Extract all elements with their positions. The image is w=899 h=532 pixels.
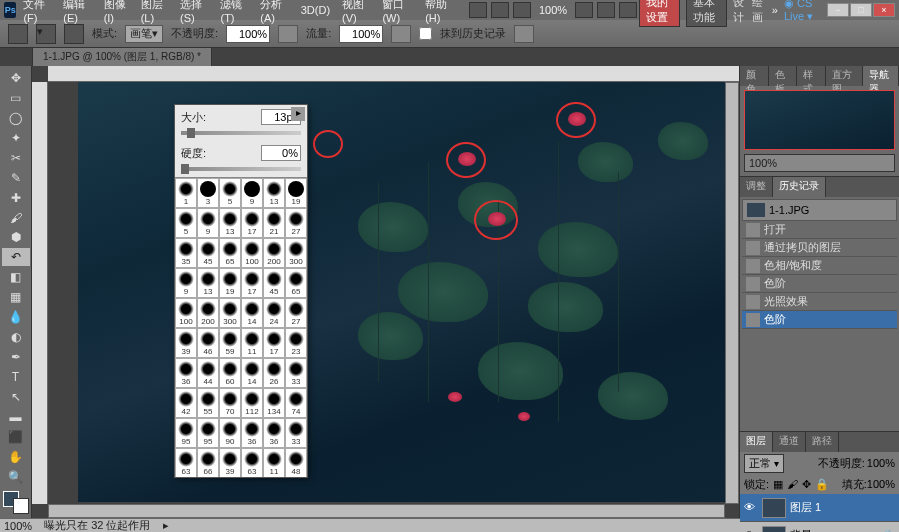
brush-preset[interactable]: 5 bbox=[219, 178, 241, 208]
brush-preset[interactable]: 90 bbox=[219, 418, 241, 448]
brush-preset[interactable]: 300 bbox=[285, 238, 307, 268]
lock-trans-icon[interactable]: ▦ bbox=[773, 478, 783, 491]
launch-bridge-icon[interactable] bbox=[469, 2, 487, 18]
brush-preset[interactable]: 70 bbox=[219, 388, 241, 418]
brush-preset[interactable]: 63 bbox=[175, 448, 197, 477]
ruler-horizontal[interactable] bbox=[48, 66, 739, 82]
lock-pixels-icon[interactable]: 🖌 bbox=[787, 478, 798, 490]
brush-preset[interactable]: 55 bbox=[197, 388, 219, 418]
menu-analysis[interactable]: 分析(A) bbox=[255, 0, 293, 26]
brush-preview[interactable]: ▾ bbox=[36, 24, 56, 44]
tab-adjustments[interactable]: 调整 bbox=[740, 177, 773, 197]
history-item[interactable]: 光照效果 bbox=[742, 293, 897, 311]
eraser-tool[interactable]: ◧ bbox=[2, 268, 30, 286]
brush-preset[interactable]: 42 bbox=[175, 388, 197, 418]
brush-preset[interactable]: 60 bbox=[219, 358, 241, 388]
view-extras-icon[interactable] bbox=[513, 2, 531, 18]
visibility-icon[interactable]: 👁 bbox=[744, 501, 758, 515]
tab-styles[interactable]: 样式 bbox=[797, 66, 826, 86]
brush-preset[interactable]: 74 bbox=[285, 388, 307, 418]
window-max[interactable]: □ bbox=[850, 3, 872, 17]
mode-dropdown[interactable]: 画笔 ▾ bbox=[125, 25, 163, 43]
tab-paths[interactable]: 路径 bbox=[806, 432, 839, 452]
hand-icon[interactable] bbox=[575, 2, 593, 18]
history-brush-tool[interactable]: ↶ bbox=[2, 248, 30, 266]
brush-preset[interactable]: 9 bbox=[197, 208, 219, 238]
brush-hardness-slider[interactable] bbox=[181, 167, 301, 171]
tab-history[interactable]: 历史记录 bbox=[773, 177, 826, 197]
stamp-tool[interactable]: ⬢ bbox=[2, 229, 30, 247]
brush-preset[interactable]: 36 bbox=[263, 418, 285, 448]
brush-preset[interactable]: 24 bbox=[263, 298, 285, 328]
path-tool[interactable]: ↖ bbox=[2, 388, 30, 406]
brush-preset[interactable]: 26 bbox=[263, 358, 285, 388]
brush-preset[interactable]: 44 bbox=[197, 358, 219, 388]
menu-layer[interactable]: 图层(L) bbox=[136, 0, 173, 26]
marquee-tool[interactable]: ▭ bbox=[2, 89, 30, 107]
workspace-draw[interactable]: 绘画 bbox=[752, 0, 765, 25]
brush-preset[interactable]: 14 bbox=[241, 358, 263, 388]
pen-tool[interactable]: ✒ bbox=[2, 348, 30, 366]
color-swatches[interactable] bbox=[3, 491, 29, 514]
brush-preset[interactable]: 5 bbox=[175, 208, 197, 238]
brush-preset[interactable]: 100 bbox=[175, 298, 197, 328]
brush-preset[interactable]: 59 bbox=[219, 328, 241, 358]
ruler-vertical[interactable] bbox=[32, 82, 48, 504]
heal-tool[interactable]: ✚ bbox=[2, 189, 30, 207]
screen-mode-icon[interactable] bbox=[619, 2, 637, 18]
move-tool[interactable]: ✥ bbox=[2, 69, 30, 87]
brush-panel-toggle[interactable] bbox=[64, 24, 84, 44]
brush-preset[interactable]: 95 bbox=[175, 418, 197, 448]
brush-preset[interactable]: 39 bbox=[219, 448, 241, 477]
layer-opacity[interactable]: 100% bbox=[867, 457, 895, 469]
workspace-my[interactable]: 我的设置 bbox=[639, 0, 680, 27]
brush-preset[interactable]: 9 bbox=[175, 268, 197, 298]
history-item[interactable]: 色相/饱和度 bbox=[742, 257, 897, 275]
menu-file[interactable]: 文件(F) bbox=[18, 0, 56, 26]
blend-mode-dropdown[interactable]: 正常 ▾ bbox=[744, 454, 784, 473]
lock-all-icon[interactable]: 🔒 bbox=[815, 478, 829, 491]
crop-tool[interactable]: ✂ bbox=[2, 149, 30, 167]
brush-preset[interactable]: 45 bbox=[263, 268, 285, 298]
menu-image[interactable]: 图像(I) bbox=[99, 0, 134, 26]
tab-histogram[interactable]: 直方图 bbox=[826, 66, 863, 86]
brush-preset[interactable]: 36 bbox=[241, 418, 263, 448]
brush-preset[interactable]: 21 bbox=[263, 208, 285, 238]
zoom-level[interactable]: 100% bbox=[539, 4, 567, 16]
tool-preset[interactable] bbox=[8, 24, 28, 44]
tab-navigator[interactable]: 导航器 bbox=[863, 66, 899, 86]
zoom-tool[interactable]: 🔍 bbox=[2, 468, 30, 486]
menu-filter[interactable]: 滤镜(T) bbox=[215, 0, 253, 26]
brush-preset[interactable]: 46 bbox=[197, 328, 219, 358]
menu-3d[interactable]: 3D(D) bbox=[296, 2, 335, 18]
gradient-tool[interactable]: ▦ bbox=[2, 288, 30, 306]
scrollbar-vertical[interactable] bbox=[725, 82, 739, 504]
brush-preset[interactable]: 36 bbox=[175, 358, 197, 388]
flow-input[interactable] bbox=[339, 25, 383, 43]
window-close[interactable]: × bbox=[873, 3, 895, 17]
brush-tool[interactable]: 🖌 bbox=[2, 209, 30, 227]
brush-preset[interactable]: 23 bbox=[285, 328, 307, 358]
scrollbar-horizontal[interactable] bbox=[48, 504, 725, 518]
brush-preset[interactable]: 65 bbox=[219, 238, 241, 268]
brush-preset[interactable]: 14 bbox=[241, 298, 263, 328]
brush-preset[interactable]: 65 bbox=[285, 268, 307, 298]
eyedropper-tool[interactable]: ✎ bbox=[2, 169, 30, 187]
history-item[interactable]: 通过拷贝的图层 bbox=[742, 239, 897, 257]
lasso-tool[interactable]: ◯ bbox=[2, 109, 30, 127]
history-checkbox[interactable] bbox=[419, 27, 432, 40]
blur-tool[interactable]: 💧 bbox=[2, 308, 30, 326]
3d-tool[interactable]: ⬛ bbox=[2, 428, 30, 446]
brush-preset[interactable]: 200 bbox=[197, 298, 219, 328]
wand-tool[interactable]: ✦ bbox=[2, 129, 30, 147]
opacity-pressure-icon[interactable] bbox=[278, 25, 298, 43]
menu-window[interactable]: 窗口(W) bbox=[377, 0, 418, 26]
brush-preset[interactable]: 300 bbox=[219, 298, 241, 328]
panel-menu-icon[interactable]: ▸ bbox=[291, 107, 305, 121]
brush-preset[interactable]: 27 bbox=[285, 208, 307, 238]
cs-live[interactable]: ◉ CS Live ▾ bbox=[784, 0, 821, 23]
lock-pos-icon[interactable]: ✥ bbox=[802, 478, 811, 491]
arrange-icon[interactable] bbox=[597, 2, 615, 18]
shape-tool[interactable]: ▬ bbox=[2, 408, 30, 426]
hand-tool[interactable]: ✋ bbox=[2, 448, 30, 466]
